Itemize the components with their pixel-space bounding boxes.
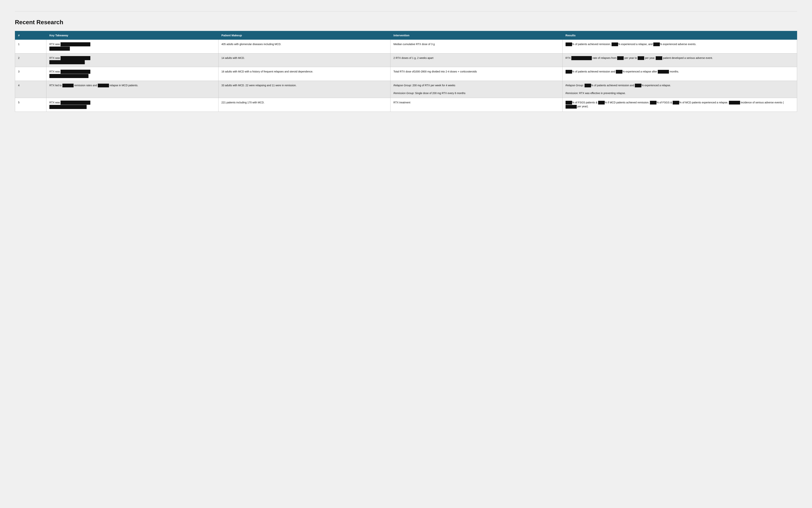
redacted-block <box>616 70 623 74</box>
row-takeaway: RTX was <box>46 98 218 112</box>
redacted-block <box>60 42 90 46</box>
redacted-block <box>638 56 644 60</box>
row-takeaway: RTX was <box>46 67 218 81</box>
redacted-block <box>658 70 669 74</box>
row-makeup: 14 adults with MCD. <box>218 53 390 67</box>
redacted-block <box>565 42 572 46</box>
intervention-group-label: Relapse Group: <box>393 84 412 87</box>
redacted-block <box>60 56 90 60</box>
row-intervention: Relapse Group: 200 mg of RTX per week fo… <box>390 81 563 98</box>
redacted-block <box>565 101 572 104</box>
redacted-block <box>49 74 88 78</box>
table-row: 3 RTX was 16 adults with MCD with a hist… <box>15 67 797 81</box>
redacted-block <box>635 84 641 87</box>
row-num: 4 <box>15 81 46 98</box>
results-group-label: Remission: <box>565 92 579 95</box>
row-intervention: 2 RTX doses of 1 g, 2 weeks apart <box>390 53 563 67</box>
redacted-block <box>49 60 85 64</box>
redacted-block <box>565 105 577 109</box>
redacted-block <box>565 70 572 74</box>
col-header-takeaway: Key Takeaway <box>46 31 218 40</box>
table-row: 2 RTX was . 14 adults with MCD. 2 RTX do… <box>15 53 797 67</box>
row-results: % of patients achieved remission, % expe… <box>562 40 797 53</box>
col-header-num: # <box>15 31 46 40</box>
row-num: 3 <box>15 67 46 81</box>
row-takeaway: RTX was . <box>46 53 218 67</box>
redacted-block <box>617 56 624 60</box>
redacted-block <box>571 56 592 60</box>
redacted-block <box>653 42 660 46</box>
redacted-block <box>656 56 662 60</box>
redacted-block <box>650 101 656 104</box>
row-intervention: Total RTX dose of1000-2800 mg divided in… <box>390 67 563 81</box>
research-table: # Key Takeaway Patient Makeup Interventi… <box>15 31 797 112</box>
redacted-block <box>729 101 740 104</box>
row-makeup: 33 adults with MCD. 22 were relapsing an… <box>218 81 390 98</box>
results-group-label: Relapse Group: <box>565 84 584 87</box>
table-row: 4 RTX led to remission rates and relapse… <box>15 81 797 98</box>
row-num: 1 <box>15 40 46 53</box>
row-makeup: 221 patients including 170 with MCD. <box>218 98 390 112</box>
redacted-block <box>49 105 87 109</box>
row-intervention: RTX treatment <box>390 98 563 112</box>
redacted-block <box>598 101 605 104</box>
col-header-results: Results <box>562 31 797 40</box>
redacted-block <box>585 84 591 87</box>
row-num: 5 <box>15 98 46 112</box>
intervention-group-label: Remission Group: <box>393 92 414 95</box>
redacted-block <box>60 70 90 74</box>
col-header-intervention: Intervention <box>390 31 563 40</box>
row-takeaway: RTX led to remission rates and relapse i… <box>46 81 218 98</box>
row-intervention: Median cumulative RTX dose of 3 g <box>390 40 563 53</box>
col-header-makeup: Patient Makeup <box>218 31 390 40</box>
row-results: % of patients achieved remission and % e… <box>562 67 797 81</box>
row-num: 2 <box>15 53 46 67</box>
table-row: 5 RTX was 221 patients including 170 wit… <box>15 98 797 112</box>
redacted-block <box>62 84 74 87</box>
redacted-block <box>98 84 109 87</box>
redacted-block <box>673 101 679 104</box>
redacted-block <box>49 47 70 51</box>
row-makeup: 16 adults with MCD with a history of fre… <box>218 67 390 81</box>
redacted-block <box>60 100 90 105</box>
row-takeaway: RTX was <box>46 40 218 53</box>
redacted-block <box>611 42 618 46</box>
table-row: 1 RTX was 405 adults with glomerular dis… <box>15 40 797 53</box>
row-results: % of FSGS patients & % if MCD patients a… <box>562 98 797 112</box>
row-results: Relapse Group: % of patients achieved re… <box>562 81 797 98</box>
row-makeup: 405 adults with glomerular diseases incl… <box>218 40 390 53</box>
row-results: RTX rate of relapses from per year to pe… <box>562 53 797 67</box>
page-title: Recent Research <box>15 19 797 26</box>
